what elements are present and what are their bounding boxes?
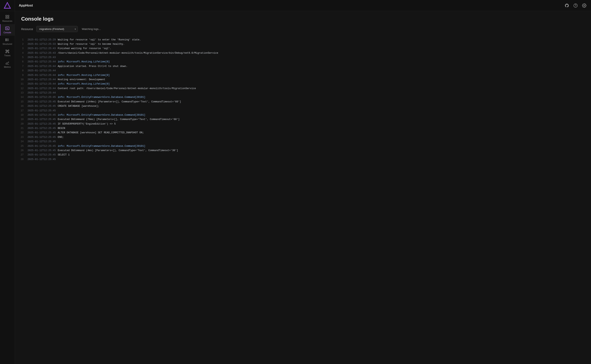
log-content: Executed DbCommand (4ms) [Parameters=[],… xyxy=(58,149,178,152)
log-content: ALTER DATABASE [warehouse] SET READ_COMM… xyxy=(58,131,144,135)
log-row: 52025-01-12T12:25:43 xyxy=(15,55,591,60)
line-number: 21 xyxy=(15,127,27,130)
log-timestamp: 2025-01-12T12:25:29 xyxy=(27,38,56,42)
sidebar-item-label-traces: Traces xyxy=(4,54,11,57)
svg-point-11 xyxy=(6,39,6,39)
line-number: 15 xyxy=(15,100,27,104)
line-number: 6 xyxy=(15,60,27,64)
svg-rect-16 xyxy=(7,51,8,52)
line-number: 13 xyxy=(15,91,27,95)
log-content: Content root path: /Users/daniel/Code/Pe… xyxy=(58,87,196,91)
log-timestamp: 2025-01-12T12:25:43 xyxy=(27,51,56,55)
line-number: 20 xyxy=(15,122,27,126)
line-number: 3 xyxy=(15,47,27,51)
line-number: 18 xyxy=(15,113,27,117)
log-timestamp: 2025-01-12T12:25:44 xyxy=(27,73,56,77)
svg-rect-17 xyxy=(6,52,7,53)
log-timestamp: 2025-01-12T12:25:45 xyxy=(27,127,56,130)
log-content: Finished waiting for resource 'sql'. xyxy=(58,47,111,51)
svg-point-12 xyxy=(6,40,6,40)
sidebar-item-label-console: Console xyxy=(4,31,11,34)
log-content: END; xyxy=(58,136,64,139)
line-number: 23 xyxy=(15,136,27,139)
log-timestamp: 2025-01-12T12:25:43 xyxy=(27,56,56,59)
log-timestamp: 2025-01-12T12:25:44 xyxy=(27,87,56,91)
log-content: BEGIN xyxy=(58,127,65,130)
watching-status: Watching logs... xyxy=(82,27,101,31)
page-header: Console logs Resource migrations (Finish… xyxy=(15,11,591,32)
page-title: Console logs xyxy=(21,16,585,22)
log-timestamp: 2025-01-12T12:25:45 xyxy=(27,136,56,139)
topbar-icons xyxy=(564,3,587,8)
log-content: Executed DbCommand (144ms) [Parameters=[… xyxy=(58,100,181,104)
sidebar-item-label-resources: Resources xyxy=(2,20,12,22)
github-icon[interactable] xyxy=(564,3,570,8)
line-number: 9 xyxy=(15,73,27,77)
sidebar-item-label-structured: Structured xyxy=(3,43,12,45)
svg-line-22 xyxy=(8,51,8,52)
log-row: 272025-01-12T12:25:45 SELECT 1 xyxy=(15,153,591,157)
line-number: 24 xyxy=(15,140,27,143)
log-timestamp: 2025-01-12T12:25:45 xyxy=(27,96,56,99)
log-content: Application started. Press Ctrl+C to shu… xyxy=(58,65,128,68)
log-content: Waiting for resource 'sql' to become hea… xyxy=(58,42,125,46)
page: Console logs Resource migrations (Finish… xyxy=(15,11,591,364)
log-timestamp: 2025-01-12T12:25:44 xyxy=(27,91,56,95)
log-row: 162025-01-12T12:25:45 CREATE DATABASE [w… xyxy=(15,104,591,109)
svg-rect-3 xyxy=(8,15,9,16)
log-row: 152025-01-12T12:25:45 Executed DbCommand… xyxy=(15,100,591,104)
log-content: info: Microsoft.Hosting.Lifetime[0] xyxy=(58,73,110,77)
app-name: AppHost xyxy=(19,4,33,7)
log-row: 262025-01-12T12:25:45 Executed DbCommand… xyxy=(15,148,591,153)
log-row: 142025-01-12T12:25:45info: Microsoft.Ent… xyxy=(15,95,591,100)
sidebar-item-console[interactable]: Console xyxy=(0,24,15,36)
line-number: 19 xyxy=(15,118,27,121)
help-icon[interactable] xyxy=(573,3,578,8)
log-row: 82025-01-12T12:25:44 xyxy=(15,69,591,73)
log-area[interactable]: 12025-01-12T12:25:29Waiting for resource… xyxy=(15,35,591,364)
log-row: 62025-01-12T12:25:44info: Microsoft.Host… xyxy=(15,60,591,64)
log-content: info: Microsoft.Hosting.Lifetime[0] xyxy=(58,82,110,86)
settings-icon[interactable] xyxy=(582,3,587,8)
log-timestamp: 2025-01-12T12:25:44 xyxy=(27,82,56,86)
sidebar-item-traces[interactable]: Traces xyxy=(0,47,15,58)
log-timestamp: 2025-01-12T12:25:44 xyxy=(27,78,56,82)
log-timestamp: 2025-01-12T12:25:33 xyxy=(27,42,56,46)
svg-point-13 xyxy=(6,40,6,41)
log-row: 12025-01-12T12:25:29Waiting for resource… xyxy=(15,38,591,42)
log-timestamp: 2025-01-12T12:25:45 xyxy=(27,140,56,143)
log-row: 112025-01-12T12:25:44info: Microsoft.Hos… xyxy=(15,82,591,86)
log-timestamp: 2025-01-12T12:25:45 xyxy=(27,118,56,121)
sidebar-item-resources[interactable]: Resources xyxy=(0,13,15,24)
sidebar-item-metrics[interactable]: Metrics xyxy=(0,58,15,70)
log-timestamp: 2025-01-12T12:25:45 xyxy=(27,131,56,135)
log-content: Hosting environment: Development xyxy=(58,78,105,82)
log-content: info: Microsoft.EntityFrameworkCore.Data… xyxy=(58,113,146,117)
log-row: 42025-01-12T12:25:43/Users/daniel/Code/P… xyxy=(15,51,591,55)
line-number: 28 xyxy=(15,158,27,161)
svg-point-24 xyxy=(574,4,577,7)
resources-icon xyxy=(5,15,9,19)
log-row: 252025-01-12T12:25:45info: Microsoft.Ent… xyxy=(15,144,591,148)
line-number: 5 xyxy=(15,56,27,59)
log-timestamp: 2025-01-12T12:25:45 xyxy=(27,149,56,152)
log-row: 32025-01-12T12:25:43Finished waiting for… xyxy=(15,46,591,51)
topbar: AppHost xyxy=(15,0,591,11)
log-row: 22025-01-12T12:25:33Waiting for resource… xyxy=(15,42,591,46)
svg-point-26 xyxy=(584,5,585,6)
log-timestamp: 2025-01-12T12:25:45 xyxy=(27,144,56,148)
log-content: info: Microsoft.EntityFrameworkCore.Data… xyxy=(58,96,146,99)
resource-select[interactable]: migrations (Finished) xyxy=(36,26,78,32)
sidebar-item-structured[interactable]: Structured xyxy=(0,36,15,47)
log-row: 202025-01-12T12:25:45 IF SERVERPROPERTY(… xyxy=(15,122,591,126)
line-number: 17 xyxy=(15,109,27,113)
line-number: 11 xyxy=(15,82,27,86)
line-number: 27 xyxy=(15,153,27,157)
svg-rect-5 xyxy=(8,17,9,19)
sidebar-item-label-metrics: Metrics xyxy=(4,66,11,68)
console-icon xyxy=(5,26,9,31)
log-content: /Users/daniel/Code/Personal/dotnet-modul… xyxy=(58,51,218,55)
log-timestamp: 2025-01-12T12:25:45 xyxy=(27,100,56,104)
page-toolbar: Resource migrations (Finished) ▾ Watchin… xyxy=(21,26,585,32)
log-row: 172025-01-12T12:25:45 xyxy=(15,109,591,113)
